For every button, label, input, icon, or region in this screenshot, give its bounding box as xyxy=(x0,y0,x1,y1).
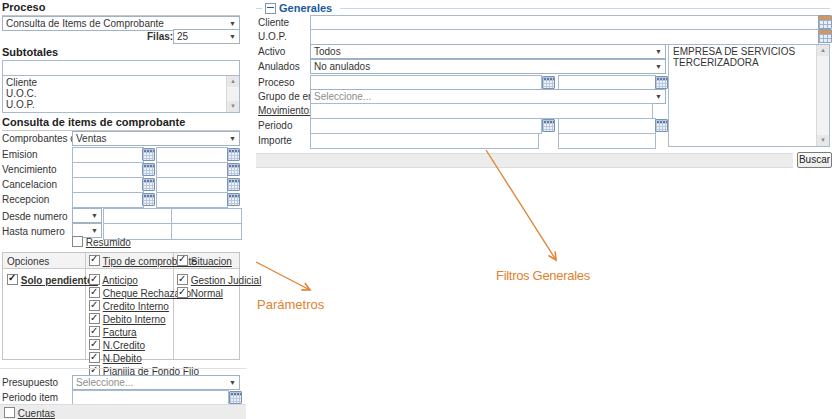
tipo-item-label[interactable]: N.Credito xyxy=(103,340,145,351)
solo-pendientes-checkbox[interactable] xyxy=(7,274,18,285)
calendar-icon[interactable] xyxy=(227,178,240,191)
tipo-item-label[interactable]: Credito Interno xyxy=(103,301,169,312)
periodo-from-input[interactable] xyxy=(310,118,542,134)
cuentas-checkbox[interactable] xyxy=(4,407,15,418)
calendar-icon[interactable] xyxy=(542,76,555,89)
importe-from-input[interactable] xyxy=(310,133,539,149)
collapse-icon[interactable] xyxy=(265,3,276,14)
scrollbar[interactable]: ▲ ▼ xyxy=(816,45,829,146)
emision-to-input[interactable] xyxy=(156,147,228,163)
activo-select[interactable]: Todos ▼ xyxy=(310,44,666,59)
solo-pendientes-row[interactable]: Solo pendientes xyxy=(7,274,98,286)
situacion-item[interactable]: Normal xyxy=(177,287,261,300)
subtotales-listbox[interactable]: Cliente U.O.C. U.O.P. ▲ ▼ xyxy=(2,75,240,113)
vencimiento-from-input[interactable] xyxy=(72,162,144,178)
calendar-icon[interactable] xyxy=(142,178,155,191)
list-item[interactable]: U.O.P. xyxy=(6,99,236,110)
presupuesto-select[interactable]: Seleccione... ▼ xyxy=(72,375,240,390)
situacion-item-label[interactable]: Gestion Judicial xyxy=(191,275,262,286)
calendar-icon[interactable] xyxy=(655,76,668,89)
presupuesto-label: Presupuesto xyxy=(2,377,58,388)
scroll-up-icon[interactable]: ▲ xyxy=(227,76,239,87)
resumido-label[interactable]: Resumido xyxy=(86,237,131,248)
tipo-item-checkbox[interactable] xyxy=(89,300,100,311)
tipo-item-label[interactable]: Factura xyxy=(103,327,137,338)
situacion-item[interactable]: Gestion Judicial xyxy=(177,274,261,287)
tipo-item[interactable]: Debito Interno xyxy=(89,313,199,326)
situacion-item-checkbox[interactable] xyxy=(177,287,188,298)
grupo-empresas-select[interactable]: Seleccione... ▼ xyxy=(310,89,666,104)
tipo-item-checkbox[interactable] xyxy=(89,313,100,324)
tipo-item[interactable]: Credito Interno xyxy=(89,300,199,313)
empresa-listbox[interactable]: EMPRESA DE SERVICIOS TERCERIZADORA ▲ ▼ xyxy=(668,44,830,147)
situacion-item-label[interactable]: Normal xyxy=(191,288,223,299)
calendar-icon[interactable] xyxy=(655,119,668,132)
scroll-up-icon[interactable]: ▲ xyxy=(817,45,829,56)
movimientos-label[interactable]: Movimientos xyxy=(258,105,314,116)
tipo-item-label[interactable]: Anticipo xyxy=(102,275,138,286)
scrollbar[interactable]: ▲ ▼ xyxy=(226,76,239,112)
emision-from-input[interactable] xyxy=(72,147,144,163)
tipo-item-checkbox[interactable] xyxy=(89,287,100,298)
cuentas-label[interactable]: Cuentas xyxy=(18,408,55,419)
filas-select[interactable]: 25 ▼ xyxy=(173,29,240,44)
cancelacion-to-input[interactable] xyxy=(156,177,228,193)
periodo-to-input[interactable] xyxy=(558,118,656,134)
resumido-checkbox[interactable] xyxy=(72,236,83,247)
cancelacion-from-input[interactable] xyxy=(72,177,144,193)
scroll-down-icon[interactable]: ▼ xyxy=(817,135,829,146)
recepcion-to-input[interactable] xyxy=(156,192,228,208)
desde-numero-select[interactable]: ▼ xyxy=(72,208,102,223)
cliente-label: Cliente xyxy=(258,17,289,28)
subtotales-input[interactable] xyxy=(2,60,240,76)
cliente-lookup-icon[interactable] xyxy=(818,15,832,29)
tipo-item-label[interactable]: N.Debito xyxy=(103,353,142,364)
situacion-header[interactable]: Situacion xyxy=(177,255,232,267)
parametros-arrow xyxy=(256,262,310,290)
calendar-icon[interactable] xyxy=(227,193,240,206)
calendar-icon[interactable] xyxy=(542,119,555,132)
chevron-down-icon: ▼ xyxy=(655,48,662,55)
list-item[interactable]: EMPRESA DE SERVICIOS xyxy=(673,46,825,57)
comprobantes-de-select[interactable]: Ventas ▼ xyxy=(72,131,240,146)
movimientos-input[interactable] xyxy=(310,103,653,119)
uop-input[interactable] xyxy=(310,29,819,45)
chevron-down-icon: ▼ xyxy=(91,212,98,219)
anulados-select[interactable]: No anulados ▼ xyxy=(310,59,666,74)
tipo-item[interactable]: Factura xyxy=(89,326,199,339)
tipo-item[interactable]: N.Credito xyxy=(89,339,199,352)
tipo-item-checkbox[interactable] xyxy=(89,352,100,363)
situacion-item-checkbox[interactable] xyxy=(177,274,188,285)
hasta-numero-input-2[interactable] xyxy=(171,223,242,240)
situacion-checkbox[interactable] xyxy=(177,255,188,266)
buscar-button[interactable]: Buscar xyxy=(797,152,832,168)
comprobantes-de-label: Comprobantes de xyxy=(2,133,82,144)
list-item[interactable]: U.O.C. xyxy=(6,88,236,99)
solo-pendientes-label[interactable]: Solo pendientes xyxy=(21,275,98,286)
importe-to-input[interactable] xyxy=(558,133,656,149)
uop-lookup-icon[interactable] xyxy=(818,29,832,43)
vencimiento-to-input[interactable] xyxy=(156,162,228,178)
calendar-icon[interactable] xyxy=(142,163,155,176)
tipo-item-label[interactable]: Debito Interno xyxy=(103,314,166,325)
calendar-icon[interactable] xyxy=(229,391,242,404)
situacion-label[interactable]: Situacion xyxy=(191,256,232,267)
calendar-icon[interactable] xyxy=(142,193,155,206)
opciones-table: Opciones Tipo de comprobante Situacion S… xyxy=(2,252,240,360)
tipo-item-checkbox[interactable] xyxy=(89,326,100,337)
calendar-icon[interactable] xyxy=(227,148,240,161)
resumido-checkbox-row[interactable]: Resumido xyxy=(72,236,131,248)
tipo-item-checkbox[interactable] xyxy=(89,339,100,350)
calendar-icon[interactable] xyxy=(227,163,240,176)
chevron-down-icon: ▼ xyxy=(229,20,236,27)
list-item[interactable]: TERCERIZADORA xyxy=(673,57,825,68)
recepcion-from-input[interactable] xyxy=(72,192,144,208)
tipo-item[interactable]: N.Debito xyxy=(89,352,199,365)
tipo-item-checkbox[interactable] xyxy=(89,274,100,285)
presupuesto-value: Seleccione... xyxy=(76,377,133,388)
tipo-comprobante-checkbox[interactable] xyxy=(89,255,100,266)
list-item[interactable]: Cliente xyxy=(6,77,236,88)
proceso-select-value: Consulta de Items de Comprobante xyxy=(6,18,164,29)
calendar-icon[interactable] xyxy=(142,148,155,161)
scroll-down-icon[interactable]: ▼ xyxy=(227,101,239,112)
